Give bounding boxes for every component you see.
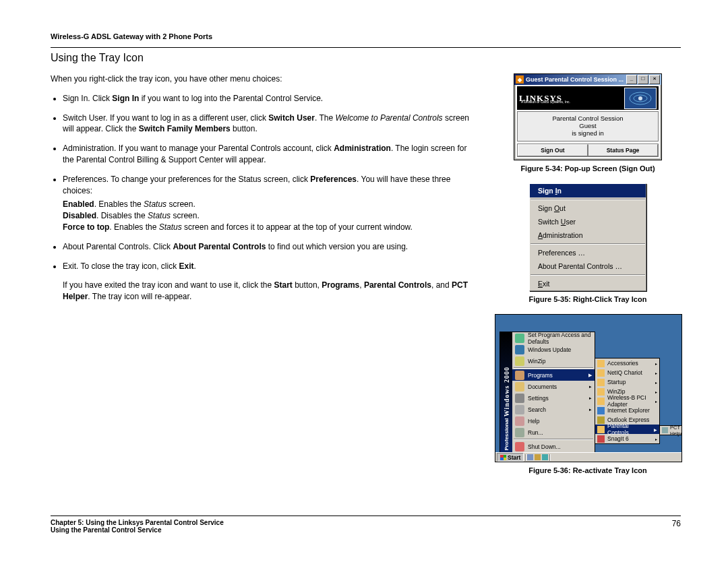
- footer-chapter: Chapter 5: Using the Linksys Parental Co…: [51, 519, 224, 526]
- outlook-icon: [597, 416, 605, 424]
- intro-paragraph: When you right-click the tray icon, you …: [51, 73, 476, 85]
- chevron-right-icon: ▸: [589, 407, 592, 412]
- minimize-button[interactable]: _: [626, 75, 637, 84]
- chevron-right-icon: ▶: [588, 373, 592, 378]
- menu-preferences[interactable]: Preferences …: [530, 246, 646, 259]
- figure-34-caption: Figure 5-34: Pop-up Screen (Sign Out): [495, 164, 681, 173]
- folder-icon: [597, 398, 605, 405]
- menu1-item[interactable]: Settings▸: [512, 392, 595, 404]
- documents-icon: [515, 382, 524, 392]
- section-title: Using the Tray Icon: [51, 52, 681, 64]
- brand-subtext: A Division of Cisco Systems, Inc.: [521, 100, 570, 104]
- menu2-item[interactable]: Startup▸: [595, 377, 659, 387]
- menu1-item[interactable]: Windows Update: [512, 344, 595, 355]
- figure-start-menu: Professional Windows 2000 Set Program Ac…: [495, 314, 682, 462]
- page-footer: Chapter 5: Using the Linksys Parental Co…: [51, 516, 681, 534]
- tail-paragraph: If you have exited the tray icon and wan…: [63, 280, 476, 303]
- bullet-preferences: Preferences. To change your preferences …: [63, 174, 476, 233]
- menu2-item[interactable]: Wireless-B PCI Adapter▸: [595, 396, 659, 406]
- windows-update-icon: [515, 345, 524, 354]
- settings-icon: [515, 394, 524, 403]
- help-icon: [515, 416, 524, 426]
- menu1-item[interactable]: Search▸: [512, 404, 595, 415]
- sign-out-button[interactable]: Sign Out: [518, 144, 588, 156]
- start-menu-band: Professional Windows 2000: [500, 332, 512, 452]
- bullet-switch-user: Switch User. If you want to log in as a …: [63, 113, 476, 135]
- bullet-exit: Exit. To close the tray icon, click Exit…: [63, 261, 476, 272]
- menu1-item[interactable]: Documents▸: [512, 381, 595, 392]
- menu3-pct-helper[interactable]: PCT Helper: [660, 426, 682, 435]
- snagit-icon: [597, 435, 605, 443]
- menu-exit[interactable]: Exit: [530, 277, 646, 290]
- bullet-signin: Sign In. Click Sign In if you want to lo…: [63, 93, 476, 104]
- figure-36-caption: Figure 5-36: Re-activate Tray Icon: [495, 466, 681, 474]
- menu-administration[interactable]: Administration: [530, 228, 646, 242]
- brand-image: [624, 88, 657, 109]
- window-titlebar[interactable]: ◆ Guest Parental Control Session ... _ □…: [514, 74, 661, 85]
- menu-signin[interactable]: Sign In: [530, 184, 646, 197]
- quicklaunch-icon[interactable]: [542, 454, 548, 460]
- quicklaunch-icon[interactable]: [535, 454, 541, 460]
- start-button[interactable]: Start: [497, 453, 524, 462]
- brand-banner: LINKSYS A Division of Cisco Systems, Inc…: [517, 86, 659, 110]
- figure-35-caption: Figure 5-35: Right-Click Tray Icon: [495, 295, 681, 303]
- figure-context-menu: Sign In Sign Out Switch User Administrat…: [529, 183, 646, 291]
- program-access-icon: [515, 334, 524, 343]
- menu1-item[interactable]: Shut Down...: [512, 441, 595, 452]
- bullet-administration: Administration. If you want to manage yo…: [63, 143, 476, 166]
- folder-icon: [597, 360, 605, 367]
- folder-icon: [597, 379, 605, 386]
- product-title: Wireless-G ADSL Gateway with 2 Phone Por…: [51, 32, 681, 40]
- menu1-item[interactable]: Set Program Access and Defaults: [512, 332, 595, 344]
- menu1-item[interactable]: Run...: [512, 427, 595, 438]
- status-panel: Parental Control Session Guest is signed…: [517, 111, 659, 142]
- body-text: When you right-click the tray icon, you …: [51, 73, 476, 485]
- menu2-item[interactable]: NetIQ Chariot▸: [595, 368, 659, 377]
- menu2-item[interactable]: Accessories▸: [595, 358, 659, 368]
- status-page-button[interactable]: Status Page: [588, 144, 658, 156]
- top-rule: [51, 47, 681, 48]
- figure-popup-signout: ◆ Guest Parental Control Session ... _ □…: [514, 73, 662, 160]
- menu-about[interactable]: About Parental Controls …: [530, 259, 646, 273]
- menu1-item[interactable]: Help: [512, 415, 595, 427]
- svg-point-2: [638, 96, 642, 100]
- bullet-about: About Parental Controls. Click About Par…: [63, 241, 476, 253]
- windows-flag-icon: [500, 455, 506, 460]
- winzip-icon: [515, 356, 524, 366]
- parental-controls-submenu: PCT Helper: [659, 425, 682, 435]
- window-title: Guest Parental Control Session ...: [526, 76, 624, 83]
- page-number: 76: [672, 519, 681, 534]
- menu2-parental-controls[interactable]: Parental Controls▶: [595, 425, 659, 434]
- programs-submenu: Accessories▸ NetIQ Chariot▸ Startup▸ Win…: [595, 358, 660, 444]
- folder-icon: [597, 369, 605, 377]
- menu2-item[interactable]: Internet Explorer: [595, 406, 659, 415]
- menu1-programs[interactable]: Programs▶: [512, 369, 595, 381]
- footer-sub: Using the Parental Control Service: [51, 526, 224, 534]
- menu-switch-user[interactable]: Switch User: [530, 215, 646, 228]
- run-icon: [515, 428, 524, 437]
- quicklaunch-icon[interactable]: [527, 454, 533, 460]
- start-menu: Professional Windows 2000 Set Program Ac…: [499, 332, 595, 453]
- helper-icon: [662, 427, 668, 433]
- folder-icon: [597, 388, 605, 396]
- app-icon: ◆: [516, 75, 524, 84]
- folder-icon: [597, 426, 605, 433]
- menu1-item[interactable]: WinZip: [512, 355, 595, 367]
- chevron-right-icon: ▸: [589, 384, 592, 389]
- chevron-right-icon: ▸: [589, 396, 592, 401]
- shutdown-icon: [515, 442, 524, 451]
- close-button[interactable]: ×: [649, 75, 660, 84]
- taskbar: Start: [495, 452, 681, 462]
- maximize-button[interactable]: □: [638, 75, 648, 84]
- menu-signout[interactable]: Sign Out: [530, 201, 646, 215]
- programs-icon: [515, 371, 524, 380]
- ie-icon: [597, 407, 605, 414]
- search-icon: [515, 405, 524, 414]
